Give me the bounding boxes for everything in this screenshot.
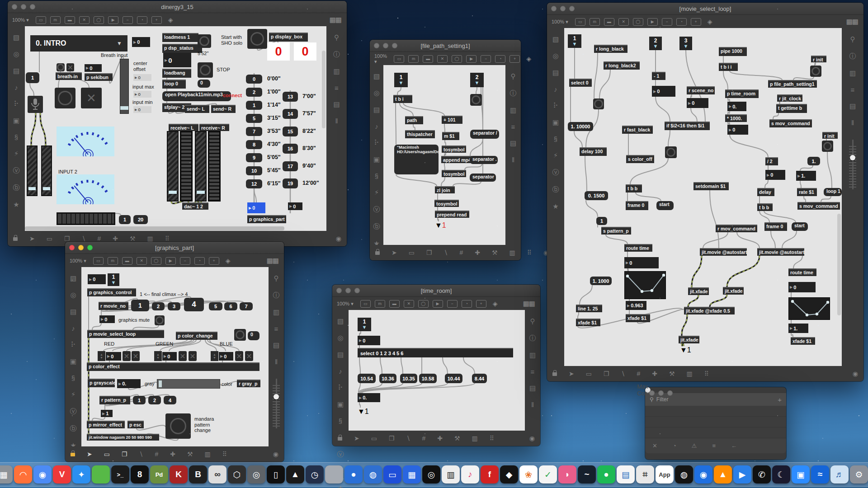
stepper-box[interactable]: ▲▼ <box>211 351 218 361</box>
sidebar-right-icon-2[interactable]: ▥ <box>529 351 536 359</box>
patcher-toolbar[interactable]: 100% ▾▭m▬✕◯▶−◔+◈▦▦ <box>332 297 540 310</box>
obj-receive-l[interactable]: receive~ L <box>169 124 198 131</box>
obj-tosymbol[interactable]: tosymbol <box>442 145 466 153</box>
toolbar-icon-4[interactable]: ◯ <box>94 16 104 24</box>
power-icon[interactable]: ◉ <box>853 370 858 377</box>
bottom-icon-6[interactable]: ⚒ <box>187 450 193 458</box>
obj-xfade-1[interactable]: xfade $1 <box>626 314 650 322</box>
close-icon[interactable] <box>374 43 379 48</box>
sidebar-left-icon-8[interactable]: ⓥ <box>337 450 344 459</box>
toolbar-icon-7[interactable]: ◔ <box>137 16 147 24</box>
bang-box[interactable] <box>198 62 213 78</box>
obj-tosymbol[interactable]: tosymbol <box>442 170 466 177</box>
obj-delay-100[interactable]: delay 100 <box>580 147 607 156</box>
patcher-canvas-time_room[interactable]: 1▼▶0select 0 1 2 3 4 5 610.5410.3610.351… <box>349 310 525 431</box>
dock-item-kia[interactable]: K <box>170 465 188 483</box>
toolbar-icon-3[interactable]: ✕ <box>618 18 629 26</box>
toolbar-icon-1[interactable]: m <box>375 300 385 308</box>
bottom-toolbar[interactable]: ➤▭❐∖#✚⚒▥⠿◉ <box>332 431 540 446</box>
bottom-icon-5[interactable]: ✚ <box>437 435 443 442</box>
numplain-10-54[interactable]: 10.54 <box>358 374 376 383</box>
sidebar-left-icon-3[interactable]: ♪ <box>554 85 557 93</box>
numplain-13[interactable]: 13 <box>283 92 298 102</box>
num-0[interactable]: ▶0. <box>358 393 380 402</box>
zoom-icon[interactable] <box>354 288 360 293</box>
sidebar-left-icon-4[interactable]: ⠗ <box>14 100 19 108</box>
sidebar-left-icon-7[interactable]: ⚡ <box>374 188 379 197</box>
sidebar-left-icon-7[interactable]: ⚡ <box>14 150 19 158</box>
numplain-2[interactable]: 2 <box>148 396 161 404</box>
dock-item-staff[interactable]: ♬ <box>830 465 849 483</box>
bottom-icon-7[interactable]: ▥ <box>472 435 478 442</box>
toolbar-icon-2[interactable]: ▬ <box>423 55 433 63</box>
dock-item-gear[interactable]: ⚙ <box>850 465 868 483</box>
bottom-icon-4[interactable]: # <box>459 249 463 256</box>
zoom-icon[interactable] <box>392 43 397 48</box>
num-0[interactable]: ▶0 <box>765 170 785 180</box>
dock-item-blue-round[interactable]: ◉ <box>694 465 712 483</box>
sidebar-right-icon-0[interactable]: ⚲ <box>511 72 516 80</box>
bottom-icon-5[interactable]: ✚ <box>170 450 175 458</box>
dock-item-vlc[interactable]: ▲ <box>714 465 732 483</box>
sidebar-right-icon-3[interactable]: ≡ <box>851 86 855 94</box>
toolbar-icon-0[interactable]: ▭ <box>575 18 585 26</box>
bottom-icon-4[interactable]: # <box>155 450 158 458</box>
numplain-1[interactable]: 1. <box>807 157 820 165</box>
bottom-icon-1[interactable]: ▭ <box>586 370 592 377</box>
numplain-12[interactable]: 12 <box>246 179 262 188</box>
dialmeter-box[interactable] <box>57 174 114 204</box>
sidebar-left-icon-0[interactable]: ▧ <box>552 35 559 43</box>
toolbar-icon-8[interactable]: + <box>476 300 486 308</box>
toolbar-icon-5[interactable]: ▶ <box>433 300 443 308</box>
close-icon[interactable] <box>336 288 342 293</box>
bang-box[interactable] <box>165 413 191 439</box>
menuOut-1[interactable]: ▼1 <box>680 346 693 360</box>
toolbar-icon-7[interactable]: ◔ <box>462 300 472 308</box>
sidebar-left-icon-4[interactable]: ⠗ <box>338 384 343 392</box>
obj-route-time[interactable]: route time <box>624 244 652 252</box>
sidebar-right-icon-1[interactable]: ⓘ <box>529 334 536 343</box>
xtog-box[interactable]: ✕ <box>179 351 187 361</box>
sidebar-right-icon-2[interactable]: ▥ <box>273 308 279 316</box>
titlebar-dinergy3_15[interactable]: dinergy3_15 <box>8 1 347 13</box>
toolbar-icon-3[interactable]: ✕ <box>79 16 90 24</box>
console-bottom-icon-1[interactable]: ◔ <box>673 442 676 449</box>
selectbar-select-0-1-2-3-4-5-6[interactable]: select 0 1 2 3 4 5 6 <box>358 348 513 357</box>
obj-m-1[interactable]: m $1 <box>442 132 459 140</box>
max-console-window[interactable]: Max Console ⚲ Filter + ✕◔⚠≡← <box>645 387 786 460</box>
toolbar-icon-5[interactable]: ▶ <box>108 16 118 24</box>
sidebar-left-icon-5[interactable]: ▣ <box>70 357 76 366</box>
toolbar-icon-8[interactable]: + <box>151 16 162 24</box>
sidebar-left-icon-4[interactable]: ⠗ <box>374 139 379 147</box>
toolbar-icon-4[interactable]: ◯ <box>452 55 462 63</box>
sidebar-left-icon-1[interactable]: ◎ <box>373 89 379 97</box>
obj-setdomain-1[interactable]: setdomain $1 <box>693 182 729 190</box>
mslider-box[interactable] <box>41 145 52 196</box>
pbar-p-color-effect[interactable]: p color_effect <box>87 362 259 371</box>
bottom-icon-6[interactable]: ⚒ <box>492 249 498 256</box>
sidebar-left-icon-3[interactable]: ♪ <box>375 122 378 130</box>
volume-slider[interactable] <box>273 379 280 428</box>
numplain-14[interactable]: 14 <box>283 109 298 119</box>
lock-icon[interactable] <box>375 249 380 256</box>
obj-p-movie-select-loop[interactable]: p movie_select_loop <box>87 330 164 338</box>
grid-toggle-icon[interactable]: ▦▦ <box>267 257 278 265</box>
toolbar-icon-4[interactable]: ◯ <box>151 257 161 265</box>
sidebar-left-icon-0[interactable]: ▧ <box>373 72 380 80</box>
dock-item-camera[interactable]: ◎ <box>247 465 265 483</box>
sidebar-left-icon-5[interactable]: ▣ <box>373 155 380 164</box>
sidebar-left-icon-1[interactable]: ◎ <box>13 50 19 58</box>
send-icon[interactable]: ◈ <box>166 17 175 23</box>
obj-select-0[interactable]: select 0 <box>569 79 592 87</box>
mslider-box[interactable] <box>27 145 38 196</box>
minimize-icon[interactable] <box>658 390 664 396</box>
obj-p-file-path-setting1[interactable]: p file_path_setting1 <box>768 80 817 88</box>
num-0-963[interactable]: ▶0.963 <box>626 301 646 310</box>
xtog-box[interactable]: ✕ <box>132 351 140 361</box>
sidebar-left-icon-8[interactable]: ⓥ <box>70 407 77 416</box>
obj-r-jit-clock[interactable]: r jit_clock <box>777 94 802 102</box>
numplain-5[interactable]: 5 <box>246 114 262 123</box>
titlebar-time_room[interactable]: [time_room] <box>332 285 540 297</box>
toolbar-icon-3[interactable]: ✕ <box>137 257 147 265</box>
bottom-icon-1[interactable]: ▭ <box>104 450 110 458</box>
